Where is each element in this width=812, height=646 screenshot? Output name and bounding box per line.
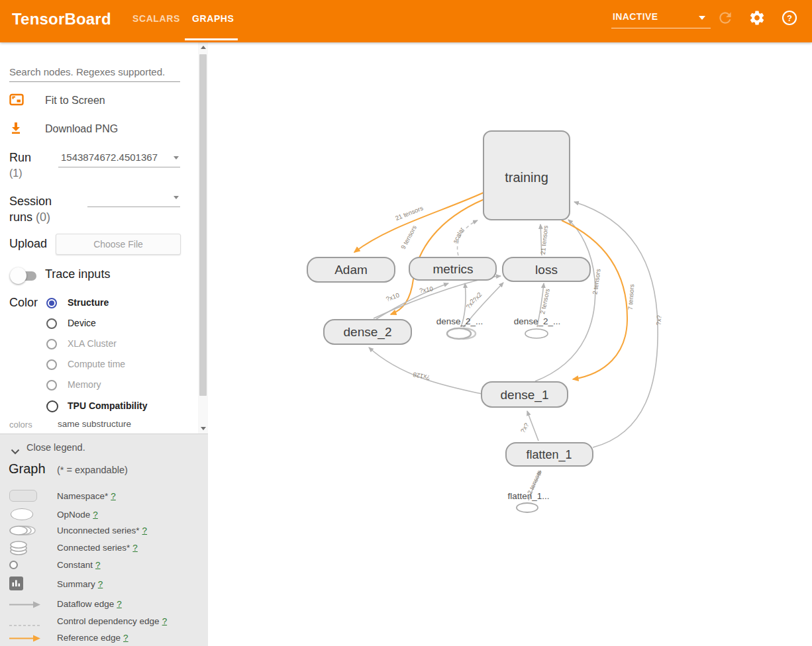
sidebar-scrollbar[interactable] [198,42,208,434]
reference-edge-icon [9,633,42,645]
tab-scalars[interactable]: SCALARS [132,13,180,24]
app-title: TensorBoard [12,10,111,28]
constant-icon [9,561,18,569]
graph-node-dense2[interactable]: dense_2 [324,320,411,344]
chevron-down-icon [699,16,705,20]
edge-label: 7 tensors [627,284,636,310]
edge-label: 2 tensors [591,268,601,295]
control-dependency-edge-icon [9,618,42,630]
legend-item-reference-edge: Reference edge? [0,631,208,646]
radio-compute-time[interactable] [46,359,57,370]
edge-dense1-dense2 [369,347,482,394]
edge-label: 2 tensors [538,288,551,315]
summary-icon [9,577,23,590]
svg-text:flatten_1: flatten_1 [526,448,572,462]
svg-text:dense_2_...: dense_2_... [436,316,483,326]
radio-memory[interactable] [46,380,57,391]
svg-text:Adam: Adam [334,263,368,277]
help-link[interactable]: ? [142,526,148,535]
edge-flatten1-training [574,202,658,447]
gear-icon[interactable] [748,9,766,26]
namespace-icon [9,490,37,502]
svg-text:loss: loss [535,263,558,277]
legend-item-dataflow-edge: Dataflow edge? [0,598,208,612]
graph-node-dense2-series-a[interactable]: dense_2_... [436,316,483,339]
session-runs-label-line1: Session [9,195,52,208]
run-select[interactable]: 1543874672.4501367 [58,150,180,167]
chevron-down-icon [174,196,179,199]
help-link[interactable]: ? [95,560,101,570]
edge-label: ?x128 [412,371,431,381]
download-icon[interactable] [9,121,23,137]
radio-xla-cluster-label[interactable]: XLA Cluster [68,338,117,349]
radio-tpu-compatibility[interactable] [46,400,58,412]
edge-training-dense1 [562,220,627,379]
search-input[interactable] [9,64,180,82]
graph-node-flatten1-series[interactable]: flatten_1... [507,491,549,512]
help-link[interactable]: ? [123,633,128,643]
radio-memory-label[interactable]: Memory [68,379,101,390]
run-select-value: 1543874672.4501367 [61,152,158,163]
help-link[interactable]: ? [93,510,98,520]
scroll-up-icon[interactable] [201,46,206,49]
graph-node-metrics[interactable]: metrics [409,257,496,280]
radio-tpu-compatibility-label[interactable]: TPU Compatibility [68,400,148,411]
run-status-dropdown[interactable]: INACTIVE [611,8,711,28]
edge-label: ?x? [654,315,662,326]
scroll-down-icon[interactable] [201,427,206,430]
legend-item-label: OpNode [57,510,90,520]
graph-node-dense1[interactable]: dense_1 [482,382,568,407]
fit-to-screen-button[interactable]: Fit to Screen [45,95,105,107]
session-runs-label-line2: runs (0) [9,210,50,224]
graph-node-training[interactable]: training [483,131,570,220]
legend-item-unconnected-series: Unconnected series*? [0,524,208,539]
refresh-icon[interactable] [717,9,734,26]
tab-graphs[interactable]: GRAPHS [192,13,234,24]
download-png-button[interactable]: Download PNG [45,123,118,135]
svg-text:dense_1: dense_1 [501,388,549,402]
edge-training-adam [354,193,483,252]
graph-legend-panel: Close legend. Graph (* = expandable) Nam… [0,434,208,646]
run-count: (1) [9,167,23,179]
graph-svg: 21 tensors 9 tensors scalar 21 tensors ?… [208,42,812,646]
unconnected-series-icon [9,525,39,539]
edge-label: ?x10 [385,291,400,302]
radio-xla-cluster[interactable] [46,339,57,349]
dataflow-edge-icon [9,600,42,612]
svg-text:dense_2: dense_2 [344,325,392,340]
trace-inputs-toggle[interactable] [10,267,38,285]
graph-node-loss[interactable]: loss [503,257,590,281]
radio-structure[interactable] [46,298,57,308]
radio-compute-time-label[interactable]: Compute time [68,359,125,369]
session-runs-word: runs [9,210,32,224]
legend-item-label: Dataflow edge [57,599,114,609]
svg-text:flatten_1...: flatten_1... [507,491,549,501]
scrollbar-thumb[interactable] [199,54,207,396]
radio-structure-label[interactable]: Structure [68,297,109,308]
help-link[interactable]: ? [162,616,168,626]
choose-file-button[interactable]: Choose File [56,234,181,255]
chevron-down-icon [11,445,20,457]
radio-device-label[interactable]: Device [68,318,96,328]
legend-item-label: Reference edge [57,633,121,643]
help-icon[interactable]: ? [781,9,798,26]
help-link[interactable]: ? [132,543,138,553]
legend-item-control-dependency-edge: Control dependency edge? [0,615,208,629]
graph-canvas[interactable]: 21 tensors 9 tensors scalar 21 tensors ?… [208,42,812,646]
help-link[interactable]: ? [117,599,122,609]
legend-item-summary: Summary? [0,578,208,592]
radio-device[interactable] [46,318,57,329]
edge-label: 21 tensors [394,204,424,222]
graph-node-dense2-series-b[interactable]: dense_2_... [514,316,561,338]
graph-node-flatten1[interactable]: flatten_1 [506,443,593,466]
connected-series-icon [9,539,29,559]
active-tab-underline [185,38,238,40]
session-runs-select[interactable] [87,189,180,207]
graph-node-adam[interactable]: Adam [307,257,395,282]
legend-item-opnode: OpNode? [0,508,208,523]
fit-to-screen-icon[interactable] [9,93,24,109]
svg-text:training: training [505,170,548,185]
app-toolbar: TensorBoard SCALARS GRAPHS INACTIVE ? [0,0,812,42]
help-link[interactable]: ? [98,579,103,589]
help-link[interactable]: ? [111,491,116,501]
